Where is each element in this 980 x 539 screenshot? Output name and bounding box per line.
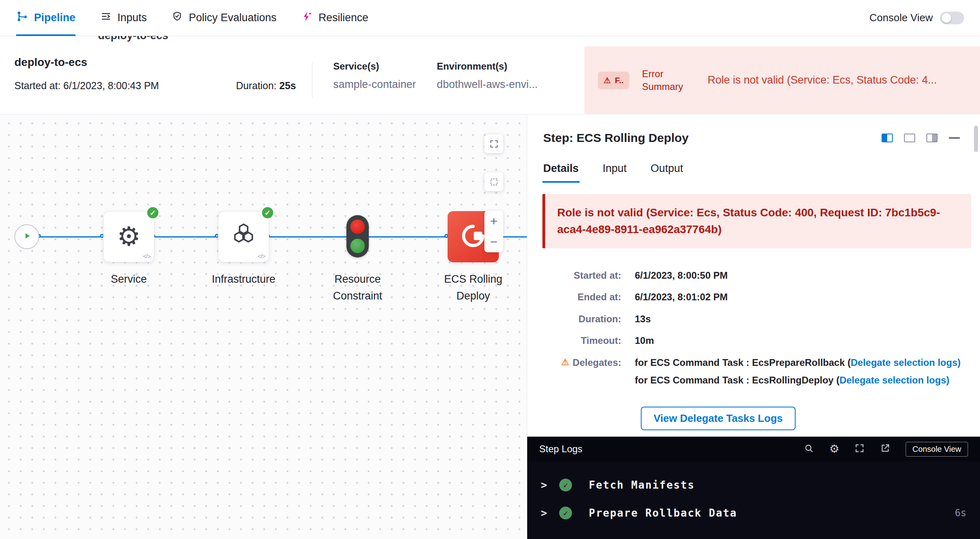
tab-input[interactable]: Input <box>603 162 627 183</box>
tab-inputs-label: Inputs <box>118 12 147 24</box>
delegates-info: for ECS Command Task : EcsPrepareRollbac… <box>635 356 960 392</box>
logs-console-view-button[interactable]: Console View <box>906 442 968 457</box>
resilience-chaos-icon <box>301 11 312 25</box>
zoom-in-button[interactable]: + <box>484 211 503 232</box>
error-summary-message: Role is not valid (Service: Ecs, Status … <box>708 74 966 86</box>
canvas-fullscreen-button[interactable] <box>484 134 503 153</box>
clipped-pipeline-name: deploy-to-ecs <box>98 36 168 42</box>
canvas-marquee-select-button[interactable] <box>484 172 503 191</box>
tab-policy-evaluations-label: Policy Evaluations <box>189 12 276 24</box>
log-success-check-icon: ✓ <box>559 479 572 491</box>
console-view-control: Console View <box>869 12 964 24</box>
pipeline-start-node[interactable] <box>14 224 39 249</box>
duration: Duration: 25s <box>236 80 296 92</box>
step-logs-body: > ✓ Fetch Manifests > ✓ Prepare Rollback… <box>527 461 980 539</box>
connector-line <box>269 236 346 238</box>
tab-resilience[interactable]: Resilience <box>301 0 368 36</box>
tab-pipeline-label: Pipeline <box>34 12 76 24</box>
tab-output[interactable]: Output <box>651 162 683 183</box>
log-section-fetch-manifests[interactable]: > ✓ Fetch Manifests <box>527 471 980 499</box>
expand-chevron-icon[interactable]: > <box>541 507 559 519</box>
node-infrastructure[interactable]: ✓ </> <box>218 211 269 262</box>
started-at: Started at: 6/1/2023, 8:00:43 PM <box>14 80 159 92</box>
pipeline-canvas[interactable]: ⚙ ✓ </> Service ✓ </> Infrastructure <box>0 114 527 539</box>
step-details-list: Started at: 6/1/2023, 8:00:50 PM Ended a… <box>527 269 980 430</box>
canvas-zoom-controls: + − <box>484 211 503 252</box>
tab-pipeline[interactable]: Pipeline <box>16 0 76 36</box>
step-details-panel: Step: ECS Rolling Deploy Details Input O… <box>527 114 980 539</box>
node-label-service: Service <box>89 271 169 288</box>
detail-row-duration: Duration: 13s <box>535 313 980 325</box>
step-error-banner: Role is not valid (Service: Ecs, Status … <box>542 194 971 248</box>
execution-header: deploy-to-ecs Started at: 6/1/2023, 8:00… <box>0 46 980 114</box>
node-label-resource-constraint: Resource Constraint <box>318 271 398 305</box>
error-summary-strip: ⚠ F.. Error Summary Role is not valid (S… <box>584 46 980 114</box>
code-icon: </> <box>143 253 150 260</box>
environments-value[interactable]: dbothwell-aws-envi... <box>437 78 538 91</box>
step-logs-title: Step Logs <box>539 443 582 455</box>
panel-layout-controls <box>882 134 960 142</box>
detail-row-timeout: Timeout: 10m <box>535 334 980 347</box>
success-check-badge: ✓ <box>146 206 160 220</box>
minimize-panel-icon[interactable] <box>949 137 960 139</box>
detail-row-delegates: ⚠ Delegates: for ECS Command Task : EcsP… <box>535 356 980 392</box>
error-summary-label: Error Summary <box>642 68 695 92</box>
environments-block: Environment(s) dbothwell-aws-envi... <box>416 46 538 114</box>
delegate-selection-logs-link[interactable]: Delegate selection logs <box>851 357 958 368</box>
node-label-ecs-rolling-deploy: ECS Rolling Deploy <box>435 271 511 305</box>
log-section-prepare-rollback-data[interactable]: > ✓ Prepare Rollback Data 6s <box>527 499 980 527</box>
failed-status-badge: ⚠ F.. <box>598 72 629 89</box>
layout-bottom-pane-icon[interactable] <box>904 134 915 142</box>
execution-header-left: deploy-to-ecs Started at: 6/1/2023, 8:00… <box>0 46 312 114</box>
success-check-badge: ✓ <box>261 206 274 220</box>
services-label: Service(s) <box>333 61 416 72</box>
connector-line <box>154 236 218 238</box>
step-logs-panel: Step Logs ⚙ <box>527 437 980 539</box>
shield-check-icon <box>172 11 183 25</box>
services-block: Service(s) sample-container <box>312 46 416 114</box>
step-logs-header: Step Logs ⚙ <box>527 437 980 461</box>
tab-inputs[interactable]: Inputs <box>100 0 147 36</box>
service-gear-icon: ⚙ <box>117 224 140 250</box>
open-in-new-icon[interactable] <box>880 443 890 455</box>
expand-chevron-icon[interactable]: > <box>541 479 559 491</box>
tab-details[interactable]: Details <box>543 162 579 183</box>
zoom-out-button[interactable]: − <box>484 232 503 252</box>
infrastructure-hexagons-icon <box>230 222 258 252</box>
environments-label: Environment(s) <box>437 61 538 72</box>
delegate-warning-icon: ⚠ <box>561 357 569 368</box>
view-delegate-tasks-logs-button[interactable]: View Delegate Tasks Logs <box>641 407 796 430</box>
traffic-light-red <box>350 220 365 234</box>
tab-policy-evaluations[interactable]: Policy Evaluations <box>172 0 276 36</box>
log-settings-gear-icon[interactable]: ⚙ <box>829 443 839 455</box>
delegate-selection-logs-link[interactable]: Delegate selection logs <box>840 375 946 385</box>
delegate-line: for ECS Command Task : EcsPrepareRollbac… <box>635 356 960 369</box>
services-value[interactable]: sample-container <box>333 78 416 91</box>
traffic-light-green <box>350 239 365 253</box>
step-panel-title: Step: ECS Rolling Deploy <box>543 131 688 145</box>
console-view-label: Console View <box>869 12 933 24</box>
execution-meta: Started at: 6/1/2023, 8:00:43 PM Duratio… <box>14 80 296 92</box>
search-icon[interactable] <box>804 443 814 455</box>
inputs-icon <box>100 11 112 25</box>
ecs-icon <box>459 222 488 252</box>
scrolled-clipped-row: deploy-to-ecs <box>0 36 980 46</box>
pipeline-icon <box>16 10 28 25</box>
node-label-infrastructure: Infrastructure <box>204 271 284 288</box>
pipeline-name: deploy-to-ecs <box>14 56 296 69</box>
node-service[interactable]: ⚙ ✓ </> <box>103 211 154 262</box>
layout-right-pane-icon[interactable] <box>926 134 938 142</box>
panel-scrollbar-thumb[interactable] <box>974 126 978 152</box>
code-icon: </> <box>258 253 265 260</box>
layout-left-pane-icon[interactable] <box>882 134 893 142</box>
page: Pipeline Inputs Policy Evaluations <box>0 0 980 539</box>
main-split: ⚙ ✓ </> Service ✓ </> Infrastructure <box>0 114 980 539</box>
play-icon <box>22 231 32 243</box>
console-view-toggle[interactable] <box>940 12 964 24</box>
tab-resilience-label: Resilience <box>318 12 368 24</box>
logs-fullscreen-icon[interactable] <box>854 443 865 455</box>
step-panel-tabs: Details Input Output <box>527 145 980 183</box>
node-resource-constraint[interactable] <box>346 215 369 258</box>
top-nav: Pipeline Inputs Policy Evaluations <box>0 0 980 36</box>
delegate-line: for ECS Command Task : EcsRollingDeploy … <box>635 374 960 387</box>
